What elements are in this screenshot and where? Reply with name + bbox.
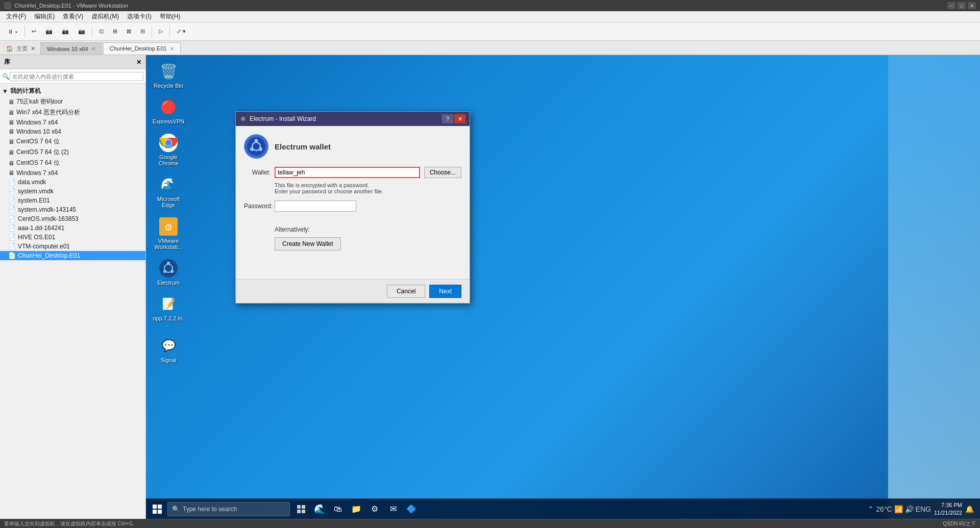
toolbar-revert-btn[interactable]: ↩ [28, 24, 40, 39]
taskbar-mail-icon[interactable]: ✉ [385, 501, 401, 517]
minimize-button[interactable]: ─ [947, 2, 955, 9]
taskbar-settings-icon[interactable]: ⚙ [366, 501, 383, 517]
expressvpn-label: ExpressVPN [153, 118, 184, 124]
main-area: 库 ✕ 🔍 ▼ 我的计算机 🖥 75正kali 密码toor 🖥 Win7 x [0, 55, 980, 519]
tab-chunhei-close[interactable]: ✕ [170, 46, 174, 52]
menu-help[interactable]: 帮助(H) [156, 11, 185, 22]
tree-item-label-3: Windows 10 x64 [16, 128, 61, 135]
desktop-icon-expressvpn[interactable]: 🔴 ExpressVPN [150, 95, 187, 127]
tree-item-16[interactable]: 📄 ChunHei_Desktop.E01 [0, 251, 145, 260]
tree-item-11[interactable]: 📄 system.vmdk-143145 [0, 205, 145, 214]
tree-item-4[interactable]: 🖥 CentOS 7 64 位 [0, 136, 145, 147]
recycle-bin-label: Recycle Bin [154, 83, 183, 89]
menu-edit[interactable]: 编辑(E) [30, 11, 59, 22]
toolbar-view1-btn[interactable]: ⊡ [95, 24, 107, 39]
menu-tabs[interactable]: 选项卡(I) [123, 11, 155, 22]
tree-item-10[interactable]: 📄 system.E01 [0, 196, 145, 205]
tree-item-9[interactable]: 📄 system.vmdk [0, 187, 145, 196]
lang-label: ENG [916, 505, 931, 513]
taskbar-app-icons: 🌊 🛍 📁 ⚙ ✉ 🔷 [293, 501, 420, 517]
tab-chunhei[interactable]: ChunHei_Desktop.E01 ✕ [103, 42, 181, 55]
cancel-button[interactable]: Cancel [387, 285, 425, 298]
network-icon[interactable]: 📶 [894, 505, 903, 513]
taskbar-task-view-icon[interactable] [293, 501, 309, 517]
sidebar-search[interactable]: 🔍 [0, 69, 145, 84]
desktop-icon-recycle-bin[interactable]: 🗑️ Recycle Bin [150, 59, 187, 91]
wallet-input[interactable] [275, 167, 420, 178]
edge-icon: 🌊 [158, 174, 179, 195]
tree-item-6[interactable]: 🖥 CentOS 7 64 位 [0, 158, 145, 168]
toolbar-power-btn[interactable]: ⏸ ▾ [4, 24, 21, 39]
tab-windows10[interactable]: Windows 10 x64 ✕ [40, 42, 102, 55]
dialog-title-left: ⚛ Electrum - Install Wizard [240, 115, 316, 123]
toolbar-snapshot1-btn[interactable]: 📷 [42, 24, 56, 39]
npp-label: npp.7.2.2.In... [152, 315, 185, 328]
tree-item-icon-0: 🖥 [8, 98, 14, 106]
taskbar-clock[interactable]: 7:36 PM 11/21/2022 [934, 501, 962, 516]
vm-screen[interactable]: 🗑️ Recycle Bin 🔴 ExpressVPN [146, 55, 980, 519]
taskbar-search-box[interactable]: 🔍 Type here to search [167, 502, 290, 516]
toolbar-fullscreen-btn[interactable]: ⤢ ▾ [173, 24, 189, 39]
svg-rect-21 [302, 505, 305, 509]
taskbar-blue-icon[interactable]: 🔷 [403, 501, 420, 517]
volume-icon[interactable]: 🔊 [905, 505, 914, 513]
tree-item-7[interactable]: 🖥 Windows 7 x64 [0, 168, 145, 178]
taskbar-explorer-icon[interactable]: 📁 [348, 501, 364, 517]
tree-item-0[interactable]: 🖥 75正kali 密码toor [0, 96, 145, 107]
choose-button[interactable]: Choose... [424, 167, 461, 178]
electrum-label: Electrum [157, 280, 179, 286]
desktop-icon-signal[interactable]: 💬 Signal [150, 334, 187, 365]
tab-home[interactable]: 🏠 主页 ✕ [2, 42, 39, 55]
password-input[interactable] [275, 200, 356, 212]
tree-item-15[interactable]: 📄 VTM-computer.e01 [0, 242, 145, 251]
toolbar-send-btn[interactable]: ▷ [155, 24, 166, 39]
svg-rect-19 [158, 510, 162, 514]
taskbar-search-icon: 🔍 [172, 506, 180, 513]
desktop-icon-vmware[interactable]: ⚙ VMware Workstati... [150, 214, 187, 252]
notifications-icon[interactable]: 🔔 [965, 505, 974, 513]
toolbar-view2-btn[interactable]: ⊞ [109, 24, 121, 39]
tree-item-8[interactable]: 📄 data.vmdk [0, 178, 145, 187]
title-bar: ChunHei_Desktop.E01 - VMware Workstation… [0, 0, 980, 11]
systray-menu-icon[interactable]: ⌃ [868, 505, 874, 513]
password-label: Password: [244, 203, 271, 210]
desktop-icon-chrome[interactable]: Google Chrome [150, 131, 187, 168]
vm-content: 🗑️ Recycle Bin 🔴 ExpressVPN [146, 55, 980, 519]
sidebar-close-icon[interactable]: ✕ [136, 59, 141, 66]
vmware-icon [4, 2, 11, 9]
menu-file[interactable]: 文件(F) [2, 11, 30, 22]
desktop-icon-npp[interactable]: 📝 npp.7.2.2.In... [150, 292, 187, 330]
taskbar-edge-icon[interactable]: 🌊 [311, 501, 328, 517]
taskbar-store-icon[interactable]: 🛍 [330, 501, 346, 517]
close-button[interactable]: ✕ [968, 2, 976, 9]
toolbar-snapshot2-btn[interactable]: 📷 [58, 24, 72, 39]
create-new-wallet-button[interactable]: Create New Wallet [275, 237, 341, 250]
dialog-close-button[interactable]: ✕ [454, 114, 465, 123]
svg-rect-17 [158, 505, 162, 509]
tree-item-13[interactable]: 📄 aaa-1.dd-164241 [0, 223, 145, 233]
menu-view[interactable]: 查看(V) [59, 11, 87, 22]
tree-item-5[interactable]: 🖥 CentOS 7 64 位 (2) [0, 147, 145, 158]
tree-item-label-2: Windows 7 x64 [16, 119, 58, 126]
start-button[interactable] [148, 500, 166, 518]
next-button[interactable]: Next [429, 285, 461, 298]
desktop-icon-edge[interactable]: 🌊 Microsoft Edge [150, 172, 187, 210]
tree-item-12[interactable]: 📄 CentOS.vmdk-163853 [0, 214, 145, 223]
maximize-button[interactable]: □ [958, 2, 966, 9]
tree-root[interactable]: ▼ 我的计算机 [0, 86, 145, 96]
toolbar-view4-btn[interactable]: ⊟ [137, 24, 149, 39]
desktop-icon-electrum[interactable]: Electrum [150, 256, 187, 288]
toolbar-snapshot3-btn[interactable]: 📷 [75, 24, 89, 39]
tab-windows10-close[interactable]: ✕ [91, 46, 95, 52]
tree-item-14[interactable]: 📄 HIVE OS.E01 [0, 233, 145, 242]
sidebar-search-input[interactable] [10, 72, 143, 81]
menu-vm[interactable]: 虚拟机(M) [87, 11, 123, 22]
tree-item-2[interactable]: 🖥 Windows 7 x64 [0, 118, 145, 127]
dialog-controls: ? ✕ [442, 114, 465, 123]
tree-item-1[interactable]: 🖥 Win7 x64 恶意代码分析 [0, 107, 145, 118]
toolbar-separator-1 [24, 26, 25, 38]
toolbar-view3-btn[interactable]: ⊠ [123, 24, 135, 39]
tree-item-3[interactable]: 🖥 Windows 10 x64 [0, 127, 145, 136]
dialog-help-button[interactable]: ? [442, 114, 453, 123]
electrum-logo-icon [244, 134, 268, 159]
